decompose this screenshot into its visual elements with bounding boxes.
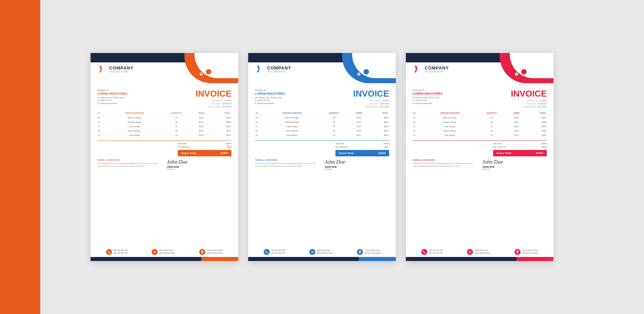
table-cell: 02 [319, 120, 350, 124]
header-dot-gray [357, 72, 361, 76]
table-cell: 02 [319, 133, 350, 138]
signature-script: John Doe [167, 159, 188, 165]
signature-section: John Doe JOHN DOE Manager [167, 159, 232, 170]
table-cell: $123 [507, 116, 526, 120]
contact-item: Write Email HereWrite Website Here [309, 249, 333, 255]
table-row: 01Logo Design02$123$246 [97, 124, 231, 129]
invoice-body: INVOICE TO LOREM INDUSTRIES 20 LOREM LAN… [91, 87, 238, 247]
invoice-title-word: INVOICE [511, 89, 547, 98]
contact-text: Lorem Street 3154,000 Set Lane Road [522, 249, 538, 254]
terms-section: TERMS & CONDITIONS Lorem ipsum dolor sit… [97, 159, 162, 170]
invoice-header: COMPANY TAGLINE HERE [406, 53, 553, 87]
footer-dark-bar [406, 257, 517, 261]
table-header: QUANTITY [319, 111, 350, 116]
table-cell: $123 [192, 120, 211, 124]
invoice-to-left: INVOICE TO LOREM INDUSTRIES 20 LOREM LAN… [97, 89, 127, 105]
table-cell: 01 [413, 124, 423, 129]
table-cell: Brand Identity [423, 129, 477, 133]
subtotal-value: $2345 [541, 143, 547, 145]
phone-icon [264, 249, 270, 255]
header-circle-outer [219, 56, 231, 68]
invoice-title-word: INVOICE [353, 89, 389, 98]
table-divider [97, 140, 231, 141]
table-cell: 01 [255, 129, 265, 133]
table-cell: 01 [413, 129, 423, 133]
contact-text: Write Email HereWrite Website Here [475, 249, 490, 254]
subtotal-label: Sub Total [335, 143, 344, 145]
logo-area: COMPANY TAGLINE HERE [255, 64, 291, 74]
location-icon [357, 249, 363, 255]
signature-script: John Doe [325, 159, 345, 165]
tax-row: Tax Vat(%4.5) $234 [335, 145, 389, 149]
table-row: 01Post Design02$123$246 [97, 133, 231, 138]
location-icon [515, 249, 521, 255]
table-cell: Brand Identity [108, 129, 161, 133]
table-cell: 01 [97, 129, 108, 133]
table-header: PRIZE [507, 111, 526, 116]
table-cell: $246 [368, 133, 389, 138]
logo-text: COMPANY TAGLINE HERE [109, 65, 133, 73]
table-header: PRIZE [192, 111, 211, 116]
table-cell: $123 [507, 124, 526, 129]
table-row: 01Logo Design02$123$246 [255, 124, 389, 129]
table-cell: $246 [211, 133, 231, 138]
table-cell: 01 [97, 116, 108, 120]
table-cell: $123 [192, 124, 211, 129]
logo-icon [255, 64, 264, 74]
signature-name: JOHN DOE [325, 166, 337, 168]
invoice-table: SLITEM DESCRIPTIONQUANTITYPRIZETOTAL 01B… [413, 111, 547, 138]
table-cell: $123 [350, 133, 369, 138]
table-header: ITEM DESCRIPTION [265, 111, 319, 116]
invoice-header: COMPANY TAGLINE HERE [91, 53, 238, 87]
table-cell: 02 [161, 124, 192, 129]
table-cell: Website Design [108, 120, 161, 124]
table-cell: 01 [255, 116, 265, 120]
grand-total-label: Grand Total [496, 152, 511, 155]
logo-text: COMPANY TAGLINE HERE [425, 65, 449, 73]
header-dot-gray [515, 72, 518, 76]
signature-script: John Doe [482, 159, 503, 165]
table-cell: Website Design [423, 120, 477, 124]
table-cell: 01 [413, 120, 423, 124]
invoice-title-word: INVOICE [196, 89, 231, 98]
table-cell: $248 [526, 133, 547, 138]
invoice-title-right: INVOICE INVOICE NO #123578 DUE DATE 02.0… [353, 89, 389, 108]
invoice-title-right: INVOICE INVOICE NO #123478 DUE DATE 02.0… [511, 89, 547, 108]
table-row: 01Brand Identity02$123$245 [97, 129, 231, 133]
table-cell: $248 [526, 116, 547, 120]
logo-icon [413, 64, 422, 74]
table-cell: $123 [192, 129, 211, 133]
totals-section: Sub Total $2345 Tax Vat(%4.5) $234 Grand… [255, 142, 389, 156]
signature-name: JOHN DOE [167, 166, 179, 168]
header-dot-gray [200, 72, 203, 76]
totals-section: Sub Total $2345 Tax Vat(%4.5) $234 Grand… [413, 142, 547, 156]
table-header: SL [97, 111, 108, 116]
table-cell: 02 [477, 133, 507, 138]
table-row: 01Banner Design02$123$248 [413, 116, 547, 120]
table-cell: 01 [255, 133, 265, 138]
table-row: 01Website Design02$123$248 [413, 120, 547, 124]
table-cell: $245 [211, 129, 231, 133]
table-cell: $123 [350, 116, 369, 120]
table-cell: $246 [368, 129, 389, 133]
footer-dark-bar [248, 257, 359, 261]
grand-total-button[interactable]: Grand Total $2000 [178, 150, 231, 156]
logo-area: COMPANY TAGLINE HERE [413, 64, 449, 74]
grand-total-button[interactable]: Grand Total $2000 [493, 150, 547, 156]
invoice-meta: INVOICE NO #123578 DUE DATE 02.08.2023 I… [196, 99, 231, 108]
tagline: TAGLINE HERE [425, 70, 449, 73]
table-cell: Post Design [423, 133, 477, 138]
table-cell: 01 [97, 120, 108, 124]
invoice-meta: INVOICE NO #123578 DUE DATE 02.08.2023 I… [353, 99, 389, 108]
signature-section: John Doe JOHN DOE Manager [482, 159, 547, 170]
table-header: QUANTITY [477, 111, 507, 116]
table-cell: $246 [368, 124, 389, 129]
subtotal-value: $2345 [226, 143, 231, 145]
grand-total-value: $2000 [536, 152, 543, 155]
grand-total-value: $2000 [378, 152, 386, 155]
grand-total-button[interactable]: Grand Total $2000 [335, 150, 389, 156]
terms-text: Lorem ipsum dolor sit amet, consectetuer… [255, 162, 320, 167]
grand-total-value: $2000 [221, 152, 228, 155]
invoice-header: COMPANY TAGLINE HERE [248, 53, 396, 87]
table-cell: 01 [413, 116, 423, 120]
